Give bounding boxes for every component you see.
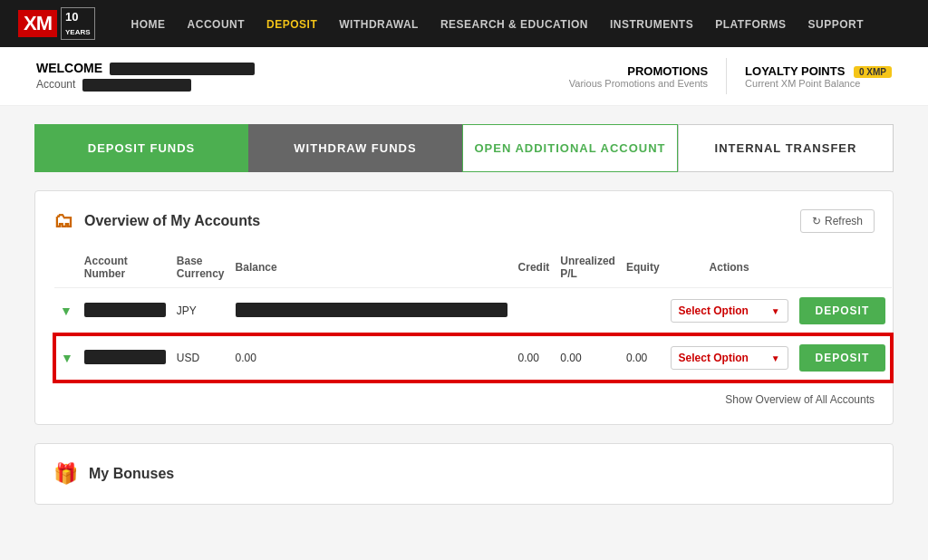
nav-platforms[interactable]: PLATFORMS: [715, 17, 786, 31]
bonuses-title: 🎁 My Bonuses: [53, 462, 875, 486]
select-option-text: Select Option: [679, 304, 749, 317]
promotions-label: PROMOTIONS: [569, 64, 708, 78]
bonuses-label: My Bonuses: [89, 466, 174, 482]
loyalty-badge: 0 XMP: [854, 66, 892, 78]
row1-balance: [230, 288, 513, 335]
col-unrealized-pl: Unrealized P/L: [555, 247, 621, 288]
row2-select-action: Select Option ▼: [665, 334, 794, 381]
table-row: ▼ USD 0.00 0.00 0.00 0.00 Select Option …: [54, 334, 892, 381]
nav-links: HOME ACCOUNT DEPOSIT WITHDRAWAL RESEARCH…: [131, 17, 864, 31]
nav-deposit[interactable]: DEPOSIT: [266, 17, 317, 31]
col-chevron: [54, 247, 79, 288]
withdraw-funds-button[interactable]: WITHDRAW FUNDS: [248, 124, 462, 172]
loyalty-sub: Current XM Point Balance: [745, 78, 892, 89]
table-header: Account Number Base Currency Balance Cre…: [54, 247, 892, 288]
card-title: 🗂 Overview of My Accounts: [53, 209, 260, 233]
loyalty-block: LOYALTY POINTS 0 XMP Current XM Point Ba…: [745, 64, 892, 89]
nav-support[interactable]: SUPPORT: [807, 17, 864, 31]
gift-icon: 🎁: [53, 462, 78, 486]
header-bar: WELCOME Account PROMOTIONS Various Promo…: [0, 47, 928, 106]
account-number-masked: [84, 303, 166, 317]
row2-credit: 0.00: [513, 334, 556, 381]
dropdown-arrow-icon: ▼: [771, 306, 780, 316]
col-account-number: Account Number: [79, 247, 171, 288]
chevron-down-icon: ▼: [60, 304, 72, 318]
col-equity: Equity: [621, 247, 665, 288]
row1-account-number: [79, 288, 171, 335]
refresh-button[interactable]: ↻ Refresh: [800, 209, 875, 233]
table-row: ▼ JPY Select Option ▼: [54, 288, 892, 335]
row1-unrealized-pl: [555, 288, 621, 335]
col-actions: Actions: [665, 247, 794, 288]
account-number-masked: [82, 79, 191, 92]
col-credit: Credit: [513, 247, 556, 288]
promotions-block: PROMOTIONS Various Promotions and Events: [569, 64, 708, 89]
row1-credit: [513, 288, 556, 335]
main-content: DEPOSIT FUNDS WITHDRAW FUNDS OPEN ADDITI…: [20, 124, 908, 505]
nav-home[interactable]: HOME: [131, 17, 166, 31]
deposit-button[interactable]: DEPOSIT: [799, 344, 886, 372]
logo: XM 10YEARS: [18, 7, 95, 40]
overview-title: Overview of My Accounts: [84, 213, 260, 229]
accounts-overview-card: 🗂 Overview of My Accounts ↻ Refresh Acco…: [34, 190, 894, 425]
navbar: XM 10YEARS HOME ACCOUNT DEPOSIT WITHDRAW…: [0, 0, 928, 47]
row2-equity: 0.00: [621, 334, 665, 381]
accounts-table: Account Number Base Currency Balance Cre…: [53, 247, 893, 382]
open-additional-account-button[interactable]: OPEN ADDITIONAL ACCOUNT: [462, 124, 678, 172]
row1-chevron[interactable]: ▼: [54, 288, 79, 335]
col-base-currency: Base Currency: [171, 247, 230, 288]
logo-xm: XM: [18, 10, 57, 37]
row1-deposit: DEPOSIT: [794, 288, 893, 335]
show-all-accounts-link[interactable]: Show Overview of All Accounts: [53, 393, 875, 406]
nav-account[interactable]: ACCOUNT: [188, 17, 246, 31]
account-id-masked: [110, 63, 255, 75]
row2-chevron[interactable]: ▼: [54, 334, 79, 381]
refresh-label: Refresh: [825, 215, 863, 227]
select-option-dropdown[interactable]: Select Option ▼: [671, 299, 788, 323]
briefcase-icon: 🗂: [53, 209, 73, 233]
account-number-masked: [84, 350, 166, 364]
loyalty-label-row: LOYALTY POINTS 0 XMP: [745, 64, 892, 78]
internal-transfer-button[interactable]: INTERNAL TRANSFER: [678, 124, 894, 172]
logo-10years: 10YEARS: [61, 7, 95, 40]
col-balance: Balance: [230, 247, 513, 288]
bonuses-card: 🎁 My Bonuses: [34, 443, 894, 505]
row2-account-number: [79, 334, 171, 381]
nav-withdrawal[interactable]: WITHDRAWAL: [339, 17, 419, 31]
account-label: Account: [36, 78, 255, 92]
deposit-button[interactable]: DEPOSIT: [799, 297, 886, 324]
promotions-sub: Various Promotions and Events: [569, 78, 708, 89]
row2-deposit: DEPOSIT: [794, 334, 893, 381]
chevron-down-icon: ▼: [61, 351, 73, 365]
row1-select-action: Select Option ▼: [665, 288, 794, 335]
select-option-text: Select Option: [679, 352, 749, 364]
row2-unrealized-pl: 0.00: [555, 334, 621, 381]
nav-instruments[interactable]: INSTRUMENTS: [610, 17, 693, 31]
balance-masked: [236, 303, 508, 317]
card-header: 🗂 Overview of My Accounts ↻ Refresh: [53, 209, 875, 233]
table-body: ▼ JPY Select Option ▼: [54, 288, 892, 382]
refresh-icon: ↻: [812, 215, 821, 227]
action-buttons: DEPOSIT FUNDS WITHDRAW FUNDS OPEN ADDITI…: [34, 124, 894, 172]
loyalty-label: LOYALTY POINTS: [745, 64, 845, 78]
row1-currency: JPY: [171, 288, 230, 335]
row1-equity: [621, 288, 665, 335]
row2-currency: USD: [171, 334, 230, 381]
welcome-block: WELCOME Account: [36, 61, 255, 92]
select-option-dropdown[interactable]: Select Option ▼: [671, 346, 788, 370]
deposit-funds-button[interactable]: DEPOSIT FUNDS: [34, 124, 248, 172]
header-right: PROMOTIONS Various Promotions and Events…: [569, 58, 892, 94]
welcome-title: WELCOME: [36, 61, 255, 75]
dropdown-arrow-icon: ▼: [771, 353, 780, 363]
vertical-divider: [726, 58, 727, 94]
row2-balance: 0.00: [230, 334, 513, 381]
nav-research[interactable]: RESEARCH & EDUCATION: [440, 17, 588, 31]
col-deposit-action: [794, 247, 893, 288]
